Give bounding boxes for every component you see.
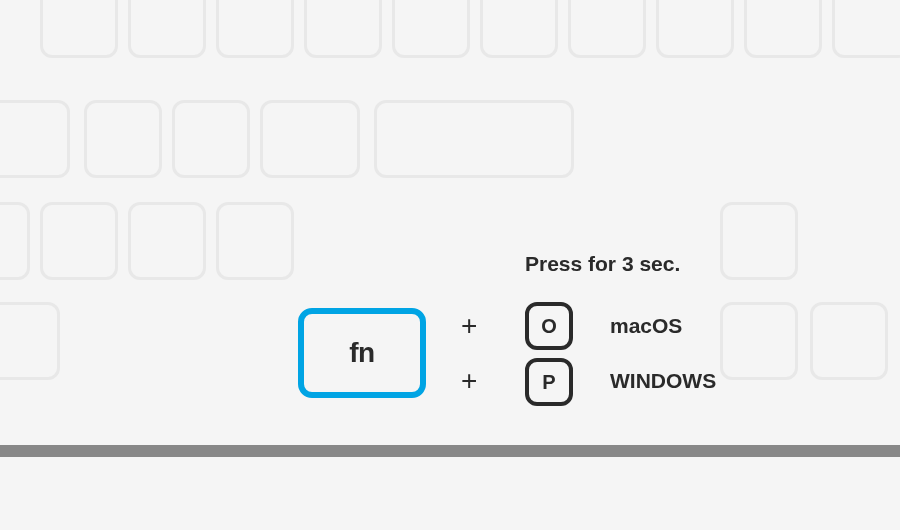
- bg-key: [568, 0, 646, 58]
- fn-key: fn: [298, 308, 426, 398]
- bg-key: [810, 302, 888, 380]
- shortcut-key-label: P: [542, 371, 555, 394]
- bg-key: [260, 100, 360, 178]
- bg-key: [720, 302, 798, 380]
- bg-key: [0, 202, 30, 280]
- divider: [0, 445, 900, 457]
- bg-key: [40, 202, 118, 280]
- bg-key: [0, 302, 60, 380]
- bg-key: [128, 202, 206, 280]
- bg-key: [832, 0, 900, 58]
- bg-key: [128, 0, 206, 58]
- os-label-windows: WINDOWS: [610, 369, 716, 393]
- bg-key: [744, 0, 822, 58]
- bg-key: [374, 100, 574, 178]
- plus-icon: +: [461, 365, 477, 397]
- shortcut-key-o: O: [525, 302, 573, 350]
- shortcut-key-p: P: [525, 358, 573, 406]
- os-label-macos: macOS: [610, 314, 682, 338]
- bg-key: [392, 0, 470, 58]
- bg-key: [304, 0, 382, 58]
- fn-key-label: fn: [349, 337, 374, 369]
- bg-key: [216, 0, 294, 58]
- bg-key: [480, 0, 558, 58]
- instruction-text: Press for 3 sec.: [525, 252, 680, 276]
- shortcut-key-label: O: [541, 315, 557, 338]
- bg-key: [84, 100, 162, 178]
- bg-key: [40, 0, 118, 58]
- bg-key: [656, 0, 734, 58]
- bg-key: [172, 100, 250, 178]
- bg-key: [216, 202, 294, 280]
- bg-key: [0, 100, 70, 178]
- plus-icon: +: [461, 310, 477, 342]
- bg-key: [720, 202, 798, 280]
